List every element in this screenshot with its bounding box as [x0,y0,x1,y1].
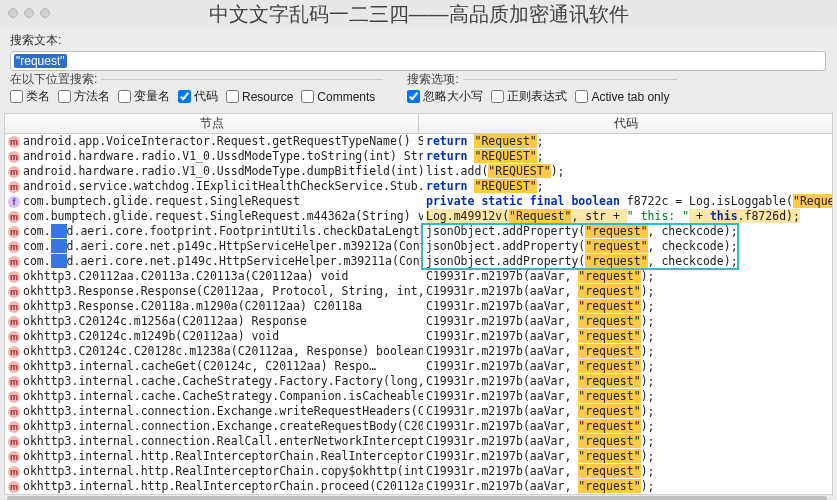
location-check-2[interactable]: 变量名 [118,88,170,105]
code-cell: return "REQUEST"; [423,179,832,194]
table-row[interactable]: mcom. d.aeri.core.footprint.FootprintUti… [5,224,832,239]
table-row[interactable]: mokhttp3.internal.connection.Exchange.wr… [5,404,832,419]
node-cell: mandroid.service.watchdog.IExplicitHealt… [5,179,423,194]
location-check-checkbox-0[interactable] [10,90,23,103]
options-legend: 搜索选项: [407,71,462,88]
search-label: 搜索文本: [10,32,827,49]
node-cell: mokhttp3.internal.cache.CacheStrategy.Fa… [5,374,423,389]
code-cell: C19931r.m2197b(aaVar, "request"); [423,344,832,359]
method-icon: m [8,481,20,493]
location-check-0[interactable]: 类名 [10,88,50,105]
code-cell: list.add("REQUEST"); [423,164,832,179]
location-check-checkbox-3[interactable] [178,90,191,103]
node-cell: mandroid.hardware.radio.V1_0.UssdModeTyp… [5,164,423,179]
method-icon: m [8,466,20,478]
node-cell: mokhttp3.internal.http.RealInterceptorCh… [5,449,423,464]
node-cell: mokhttp3.internal.connection.Exchange.cr… [5,419,423,434]
table-row[interactable]: mokhttp3.internal.http.RealInterceptorCh… [5,464,832,479]
code-cell: C19931r.m2197b(aaVar, "request"); [423,299,832,314]
table-row[interactable]: mokhttp3.internal.http.RealInterceptorCh… [5,449,832,464]
window-controls [8,8,50,18]
table-row[interactable]: mokhttp3.internal.cache.CacheStrategy.Co… [5,389,832,404]
location-check-checkbox-1[interactable] [58,90,71,103]
option-check-checkbox-1[interactable] [491,90,504,103]
table-row[interactable]: mokhttp3.internal.cache.CacheStrategy.Fa… [5,374,832,389]
location-check-3[interactable]: 代码 [178,88,218,105]
code-cell: C19931r.m2197b(aaVar, "request"); [423,449,832,464]
node-cell: mokhttp3.internal.cache.CacheStrategy.Co… [5,389,423,404]
node-cell: mokhttp3.internal.http.RealInterceptorCh… [5,479,423,494]
code-cell: C19931r.m2197b(aaVar, "request"); [423,404,832,419]
table-row[interactable]: mokhttp3.internal.connection.Exchange.cr… [5,419,832,434]
method-icon: m [8,151,20,163]
node-cell: mokhttp3.internal.connection.Exchange.wr… [5,404,423,419]
option-check-checkbox-0[interactable] [407,90,420,103]
code-cell: C19931r.m2197b(aaVar, "request"); [423,374,832,389]
location-check-checkbox-4[interactable] [226,90,239,103]
node-cell: fcom.bumptech.glide.request.SingleReques… [5,194,423,209]
search-input[interactable]: "request" [10,51,826,71]
method-icon: m [8,136,20,148]
node-cell: mcom. d.aeri.core.net.p149c.HttpServiceH… [5,254,423,269]
code-cell: C19931r.m2197b(aaVar, "request"); [423,464,832,479]
code-cell: C19931r.m2197b(aaVar, "request"); [423,479,832,494]
node-cell: mokhttp3.internal.http.RealInterceptorCh… [5,464,423,479]
method-icon: m [8,376,20,388]
table-row[interactable]: mokhttp3.C20124c.m1249b(C20112aa) voidC1… [5,329,832,344]
location-check-checkbox-5[interactable] [301,90,314,103]
location-check-5[interactable]: Comments [301,88,375,105]
method-icon: m [8,421,20,433]
minimize-icon[interactable] [24,8,34,18]
column-code[interactable]: 代码 [419,114,832,133]
option-check-checkbox-2[interactable] [575,90,588,103]
table-row[interactable]: mokhttp3.internal.connection.RealCall.en… [5,434,832,449]
node-cell: mandroid.app.VoiceInteractor.Request.get… [5,134,423,149]
location-check-4[interactable]: Resource [226,88,293,105]
table-row[interactable]: mcom. d.aeri.core.net.p149c.HttpServiceH… [5,239,832,254]
node-cell: mokhttp3.internal.connection.RealCall.en… [5,434,423,449]
location-check-1[interactable]: 方法名 [58,88,110,105]
method-icon: m [8,211,20,223]
table-row[interactable]: mcom. d.aeri.core.net.p149c.HttpServiceH… [5,254,832,269]
method-icon: m [8,241,20,253]
method-icon: m [8,166,20,178]
table-row[interactable]: mokhttp3.Response.C20118a.m1290a(C20112a… [5,299,832,314]
method-icon: m [8,181,20,193]
method-icon: m [8,226,20,238]
table-row[interactable]: mokhttp3.C20112aa.C20113a.C20113a(C20112… [5,269,832,284]
results-table: 节点 代码 mandroid.app.VoiceInteractor.Reque… [4,113,833,495]
window-title: 中文文字乱码一二三四——高品质加密通讯软件 [209,1,629,28]
option-check-2[interactable]: Active tab only [575,88,669,105]
table-row[interactable]: mokhttp3.C20124c.C20128c.m1238a(C20112aa… [5,344,832,359]
table-row[interactable]: mandroid.app.VoiceInteractor.Request.get… [5,134,832,149]
horizontal-scrollbar[interactable] [7,496,827,500]
node-cell: mcom.bumptech.glide.request.SingleReques… [5,209,423,224]
field-icon: f [8,196,20,208]
code-cell: C19931r.m2197b(aaVar, "request"); [423,269,832,284]
table-row[interactable]: mandroid.hardware.radio.V1_0.UssdModeTyp… [5,149,832,164]
method-icon: m [8,271,20,283]
node-cell: mokhttp3.C20124c.C20128c.m1238a(C20112aa… [5,344,423,359]
location-check-checkbox-2[interactable] [118,90,131,103]
table-row[interactable]: fcom.bumptech.glide.request.SingleReques… [5,194,832,209]
node-cell: mokhttp3.Response.Response(C20112aa, Pro… [5,284,423,299]
method-icon: m [8,256,20,268]
table-row[interactable]: mcom.bumptech.glide.request.SingleReques… [5,209,832,224]
node-cell: mokhttp3.C20124c.m1256a(C20112aa) Respon… [5,314,423,329]
node-cell: mokhttp3.internal.cacheGet(C20124c, C201… [5,359,423,374]
code-cell: jsonObject.addProperty("request", checkc… [423,239,832,254]
table-row[interactable]: mokhttp3.internal.http.RealInterceptorCh… [5,479,832,494]
option-check-1[interactable]: 正则表达式 [491,88,567,105]
column-node[interactable]: 节点 [5,114,419,133]
code-cell: jsonObject.addProperty("request", checkc… [423,224,832,239]
table-row[interactable]: mandroid.service.watchdog.IExplicitHealt… [5,179,832,194]
maximize-icon[interactable] [40,8,50,18]
code-cell: C19931r.m2197b(aaVar, "request"); [423,359,832,374]
table-row[interactable]: mokhttp3.Response.Response(C20112aa, Pro… [5,284,832,299]
table-row[interactable]: mandroid.hardware.radio.V1_0.UssdModeTyp… [5,164,832,179]
table-row[interactable]: mokhttp3.internal.cacheGet(C20124c, C201… [5,359,832,374]
option-check-0[interactable]: 忽略大小写 [407,88,483,105]
code-cell: return "REQUEST"; [423,149,832,164]
close-icon[interactable] [8,8,18,18]
table-row[interactable]: mokhttp3.C20124c.m1256a(C20112aa) Respon… [5,314,832,329]
